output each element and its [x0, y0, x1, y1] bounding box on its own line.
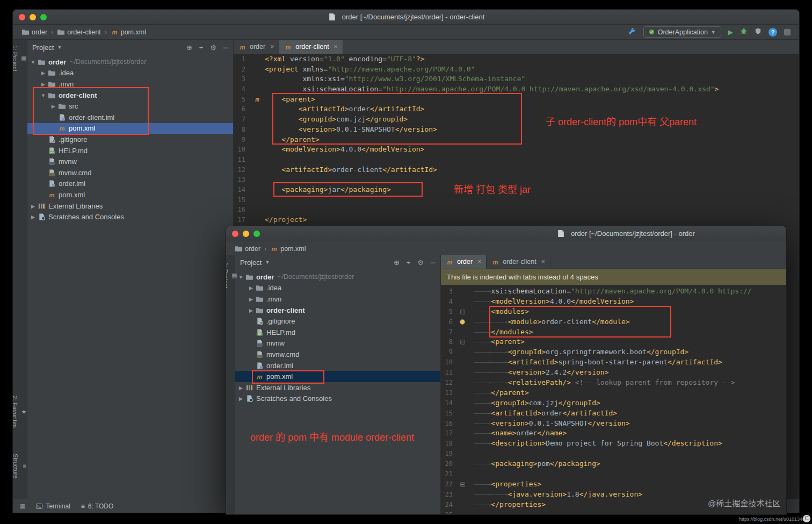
- tool-window-switcher-icon[interactable]: ▦: [20, 503, 25, 509]
- code-text[interactable]: [468, 469, 786, 479]
- coverage-button[interactable]: [755, 27, 762, 37]
- expand-arrow-icon[interactable]: ▶: [39, 70, 47, 76]
- tool-window-button-favorites[interactable]: ★ 2: Favorites: [12, 396, 28, 428]
- code-text[interactable]: xmlns:xsi="http://www.w3.org/2001/XMLSch…: [265, 74, 799, 84]
- code-text[interactable]: ———→<modelVersion>4.0.0</modelVersion>: [468, 297, 786, 307]
- tree-item-order-iml[interactable]: order.iml: [235, 360, 440, 371]
- code-text[interactable]: [265, 175, 799, 185]
- tree-item-scratches-and-consoles[interactable]: ▶Scratches and Consoles: [235, 393, 440, 405]
- code-editor[interactable]: 3———→xsi:schemaLocation="http://maven.ap…: [441, 285, 786, 514]
- collapse-all-icon[interactable]: ÷: [199, 44, 203, 52]
- code-text[interactable]: </project>: [265, 215, 799, 225]
- gear-icon[interactable]: ⚙: [417, 259, 424, 267]
- code-text[interactable]: [468, 510, 786, 514]
- tree-item-mvnw[interactable]: mvnw: [27, 156, 233, 167]
- tree-item--gitignore[interactable]: .gitignore: [27, 134, 233, 145]
- tab-order-client[interactable]: m order-client ×: [279, 40, 343, 54]
- breadcrumb-item-order-client[interactable]: order-client: [56, 27, 102, 37]
- code-text[interactable]: [265, 205, 799, 215]
- tree-item-help-md[interactable]: MDHELP.md: [235, 327, 440, 338]
- code-text[interactable]: ———→<parent>: [468, 337, 786, 347]
- code-text[interactable]: xsi:schemaLocation="http://maven.apache.…: [265, 84, 799, 95]
- zoom-button[interactable]: [253, 231, 260, 237]
- expand-arrow-icon[interactable]: ▶: [49, 103, 57, 109]
- tree-item-src[interactable]: ▶src: [27, 101, 233, 112]
- tree-item-pom-xml[interactable]: mpom.xml: [235, 371, 440, 382]
- expand-arrow-icon[interactable]: ▶: [237, 385, 245, 391]
- code-text[interactable]: <parent>: [265, 95, 799, 105]
- locate-icon[interactable]: ⊕: [394, 259, 400, 267]
- tab-order[interactable]: m order ×: [234, 40, 279, 54]
- expand-arrow-icon[interactable]: ▶: [39, 81, 47, 87]
- code-text[interactable]: ———→———→<module>order-client</module>: [468, 317, 786, 327]
- tree-item-external-libraries[interactable]: ▶External Libraries: [27, 200, 233, 212]
- panel-title[interactable]: Project: [32, 44, 54, 52]
- tree-item--mvn[interactable]: ▶.mvn: [27, 78, 233, 90]
- expand-arrow-icon[interactable]: ▶: [247, 307, 255, 313]
- expand-arrow-icon[interactable]: ▶: [237, 396, 245, 401]
- code-text[interactable]: ———→<description>Demo project for Spring…: [468, 439, 786, 449]
- code-text[interactable]: ———→———→<relativePath/> <!-- lookup pare…: [468, 378, 786, 388]
- tree-item--mvn[interactable]: ▶.mvn: [235, 293, 440, 305]
- run-configuration-select[interactable]: OrderApplication ▼: [643, 26, 721, 38]
- titlebar[interactable]: order [~/Documents/jzjtest/order] - orde…: [13, 10, 799, 25]
- code-text[interactable]: ———→<artifactId>order</artifactId>: [468, 408, 786, 419]
- tree-item-order-client[interactable]: ▶order-client: [235, 305, 440, 316]
- gear-icon[interactable]: ⚙: [210, 44, 216, 52]
- panel-title[interactable]: Project: [240, 259, 262, 267]
- tool-window-button-project[interactable]: ▦ 1: Project: [12, 45, 28, 71]
- code-text[interactable]: <modelVersion>4.0.0</modelVersion>: [265, 145, 799, 155]
- fold-marker-icon[interactable]: −: [460, 340, 465, 344]
- code-text[interactable]: <groupId>com.jzj</groupId>: [265, 114, 799, 125]
- code-text[interactable]: ———→———→<version>2.4.2</version>: [468, 368, 786, 378]
- expand-arrow-icon[interactable]: ▼: [39, 92, 47, 98]
- expand-arrow-icon[interactable]: ▶: [247, 285, 255, 291]
- close-icon[interactable]: ×: [334, 43, 338, 51]
- expand-arrow-icon[interactable]: ▼: [29, 59, 37, 65]
- breadcrumb-item-pom-xml[interactable]: mpom.xml: [110, 27, 147, 37]
- code-text[interactable]: [468, 449, 786, 459]
- code-text[interactable]: <version>0.0.1-SNAPSHOT</version>: [265, 125, 799, 135]
- wrench-icon[interactable]: [628, 27, 636, 37]
- hide-panel-icon[interactable]: ─: [431, 259, 436, 267]
- expand-arrow-icon[interactable]: ▶: [29, 203, 37, 209]
- tree-item-mvnw-cmd[interactable]: mvnw.cmd: [27, 167, 233, 178]
- tree-item-pom-xml[interactable]: mpom.xml: [27, 189, 233, 200]
- code-text[interactable]: <project xmlns="http://maven.apache.org/…: [265, 64, 799, 75]
- code-text[interactable]: </parent>: [265, 135, 799, 145]
- code-text[interactable]: ———→———→<groupId>org.springframework.boo…: [468, 347, 786, 357]
- titlebar[interactable]: order [~/Documents/jzjtest/order] - orde…: [226, 226, 786, 241]
- tree-item-order-iml[interactable]: order.iml: [27, 178, 233, 190]
- tree-item-mvnw-cmd[interactable]: mvnw.cmd: [235, 349, 440, 360]
- code-text[interactable]: <?xml version="1.0" encoding="UTF-8"?>: [265, 54, 799, 64]
- breadcrumb-item-order[interactable]: order: [234, 244, 262, 254]
- terminal-button[interactable]: Terminal: [36, 503, 70, 510]
- stop-button[interactable]: [784, 29, 791, 35]
- code-text[interactable]: [265, 155, 799, 165]
- close-button[interactable]: [19, 14, 25, 20]
- code-text[interactable]: <artifactId>order-client</artifactId>: [265, 165, 799, 175]
- tree-item-pom-xml[interactable]: mpom.xml: [27, 123, 233, 134]
- minimize-button[interactable]: [243, 231, 249, 237]
- collapse-all-icon[interactable]: ÷: [407, 259, 410, 267]
- tree-item-help-md[interactable]: MDHELP.md: [27, 145, 233, 156]
- help-button[interactable]: ?: [769, 28, 777, 37]
- zoom-button[interactable]: [40, 14, 47, 20]
- code-text[interactable]: ———→</modules>: [468, 327, 786, 338]
- tree-item--idea[interactable]: ▶.idea: [235, 283, 440, 294]
- code-text[interactable]: ———→<name>order</name>: [468, 428, 786, 439]
- close-icon[interactable]: ×: [477, 258, 481, 265]
- code-text[interactable]: ———→<groupId>com.jzj</groupId>: [468, 398, 786, 408]
- code-text[interactable]: ———→xsi:schemaLocation="http://maven.apa…: [468, 286, 786, 297]
- tree-item--gitignore[interactable]: .gitignore: [235, 315, 440, 327]
- breadcrumb-item-order[interactable]: order: [20, 27, 48, 37]
- fold-marker-icon[interactable]: −: [460, 310, 465, 314]
- expand-arrow-icon[interactable]: ▶: [29, 214, 37, 220]
- debug-button[interactable]: [740, 27, 748, 37]
- locate-icon[interactable]: ⊕: [186, 44, 192, 52]
- code-text[interactable]: <artifactId>order</artifactId>: [265, 104, 799, 114]
- close-icon[interactable]: ×: [270, 43, 274, 51]
- code-text[interactable]: <packaging>jar</packaging>: [265, 185, 799, 195]
- tool-window-button-project[interactable]: ▦ 1: Project: [226, 262, 238, 289]
- tool-window-button-structure[interactable]: ≡ Structure: [12, 454, 28, 479]
